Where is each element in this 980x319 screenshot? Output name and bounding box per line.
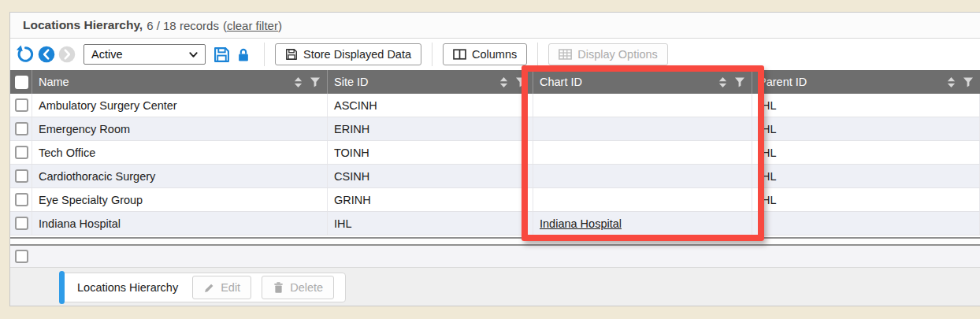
accent-bar bbox=[59, 271, 65, 304]
select-all-checkbox[interactable] bbox=[15, 76, 28, 89]
sort-icon[interactable] bbox=[947, 76, 956, 88]
cell-parent-id: IHL bbox=[752, 94, 980, 117]
panel-title-bar: Locations Hierarchy, 6 / 18 records (cle… bbox=[10, 13, 980, 39]
display-options-icon bbox=[559, 49, 572, 60]
cell-chart-id bbox=[533, 141, 752, 164]
column-label: Site ID bbox=[334, 76, 369, 88]
status-filter-value: Active bbox=[84, 48, 187, 61]
toolbar: Active bbox=[10, 39, 980, 70]
cell-parent-id: IHL bbox=[752, 117, 980, 140]
delete-button[interactable]: Delete bbox=[262, 276, 334, 299]
toolbar-separator bbox=[264, 43, 265, 66]
column-label: Name bbox=[39, 76, 69, 88]
table-row[interactable]: Emergency Room ERINH IHL bbox=[10, 117, 980, 141]
cell-name: Emergency Room bbox=[32, 117, 328, 140]
row-checkbox[interactable] bbox=[15, 98, 28, 112]
dropdown-chevron-icon bbox=[187, 49, 199, 61]
display-options-label: Display Options bbox=[577, 48, 658, 61]
table-header-row: Name Site ID Chart ID bbox=[10, 70, 980, 94]
selection-action-box: Locations Hierarchy Edit Delete bbox=[59, 273, 346, 302]
delete-icon bbox=[273, 281, 284, 294]
sort-icon[interactable] bbox=[294, 76, 303, 88]
cell-name: Cardiothoracic Surgery bbox=[32, 165, 328, 187]
table-row[interactable]: Eye Specialty Group GRINH IHL bbox=[10, 188, 980, 212]
table-row[interactable]: Tech Office TOINH IHL bbox=[10, 141, 980, 165]
column-header-name[interactable]: Name bbox=[32, 70, 328, 94]
row-checkbox[interactable] bbox=[15, 146, 28, 159]
cell-site-id: CSINH bbox=[328, 165, 533, 187]
columns-icon bbox=[453, 49, 466, 60]
cell-chart-id: Indiana Hospital bbox=[533, 212, 752, 235]
select-all-cell bbox=[10, 70, 32, 94]
chart-id-link[interactable]: Indiana Hospital bbox=[540, 217, 622, 230]
forward-icon[interactable] bbox=[58, 46, 76, 63]
horizontal-scrollbar[interactable] bbox=[10, 237, 980, 246]
cell-site-id: IHL bbox=[328, 212, 533, 235]
filter-icon[interactable] bbox=[515, 77, 526, 87]
sort-icon[interactable] bbox=[718, 76, 727, 88]
clear-filter-link[interactable]: clear filter bbox=[227, 19, 278, 32]
paren-close: ) bbox=[278, 19, 282, 32]
row-checkbox[interactable] bbox=[15, 193, 28, 206]
table-row[interactable]: Ambulatory Surgery Center ASCINH IHL bbox=[10, 94, 980, 117]
column-header-parent-id[interactable]: Parent ID bbox=[752, 70, 980, 94]
cell-parent-id bbox=[752, 212, 980, 235]
filter-icon[interactable] bbox=[963, 77, 974, 87]
back-icon[interactable] bbox=[38, 46, 55, 63]
table-row[interactable]: Cardiothoracic Surgery CSINH IHL bbox=[10, 165, 980, 188]
filter-icon[interactable] bbox=[734, 77, 745, 87]
cell-chart-id bbox=[533, 165, 752, 187]
toolbar-separator bbox=[432, 43, 432, 66]
row-checkbox[interactable] bbox=[15, 217, 28, 230]
footer-bar: Locations Hierarchy Edit Delete bbox=[10, 268, 980, 306]
column-header-chart-id[interactable]: Chart ID bbox=[533, 70, 752, 94]
column-label: Parent ID bbox=[759, 76, 807, 88]
cell-chart-id bbox=[533, 188, 752, 211]
cell-site-id: GRINH bbox=[328, 188, 533, 211]
store-displayed-data-button[interactable]: Store Displayed Data bbox=[275, 43, 421, 65]
columns-button[interactable]: Columns bbox=[443, 43, 527, 65]
status-filter-select[interactable]: Active bbox=[84, 44, 206, 65]
cell-parent-id: IHL bbox=[752, 141, 980, 164]
lock-icon[interactable] bbox=[236, 47, 251, 62]
save-icon[interactable] bbox=[213, 46, 230, 63]
store-save-icon bbox=[285, 48, 298, 61]
column-header-site-id[interactable]: Site ID bbox=[328, 70, 533, 94]
table-row[interactable]: Indiana Hospital IHL Indiana Hospital bbox=[10, 212, 980, 236]
cell-site-id: ASCINH bbox=[328, 94, 533, 117]
cell-chart-id bbox=[533, 94, 752, 117]
row-checkbox[interactable] bbox=[15, 169, 28, 183]
row-checkbox[interactable] bbox=[15, 122, 28, 135]
edit-button[interactable]: Edit bbox=[192, 276, 251, 299]
locations-hierarchy-panel: Locations Hierarchy, 6 / 18 records (cle… bbox=[9, 12, 980, 306]
edit-icon bbox=[203, 282, 215, 294]
cell-name: Indiana Hospital bbox=[32, 212, 328, 235]
filter-icon[interactable] bbox=[310, 77, 321, 87]
cell-name: Ambulatory Surgery Center bbox=[32, 94, 328, 117]
undo-icon[interactable] bbox=[16, 45, 35, 64]
cell-name: Eye Specialty Group bbox=[32, 188, 328, 211]
toolbar-separator bbox=[537, 43, 538, 66]
cell-parent-id: IHL bbox=[752, 165, 980, 187]
edit-label: Edit bbox=[221, 281, 240, 294]
cell-chart-id bbox=[533, 117, 752, 140]
sort-icon[interactable] bbox=[499, 76, 508, 88]
column-label: Chart ID bbox=[540, 76, 582, 88]
cell-site-id: ERINH bbox=[328, 117, 533, 140]
columns-label: Columns bbox=[472, 48, 517, 61]
cell-parent-id: IHL bbox=[752, 188, 980, 211]
cell-site-id: TOINH bbox=[328, 141, 533, 164]
display-options-button[interactable]: Display Options bbox=[548, 43, 668, 65]
footer-checkbox[interactable] bbox=[15, 250, 28, 263]
footer-checkbox-row bbox=[10, 246, 980, 268]
delete-label: Delete bbox=[290, 281, 323, 294]
table-body: Ambulatory Surgery Center ASCINH IHL Eme… bbox=[10, 94, 980, 236]
record-count: 6 / 18 records bbox=[147, 19, 219, 32]
selection-label: Locations Hierarchy bbox=[77, 281, 178, 294]
store-displayed-data-label: Store Displayed Data bbox=[303, 48, 411, 61]
page-title: Locations Hierarchy, bbox=[23, 18, 143, 32]
cell-name: Tech Office bbox=[32, 141, 328, 164]
